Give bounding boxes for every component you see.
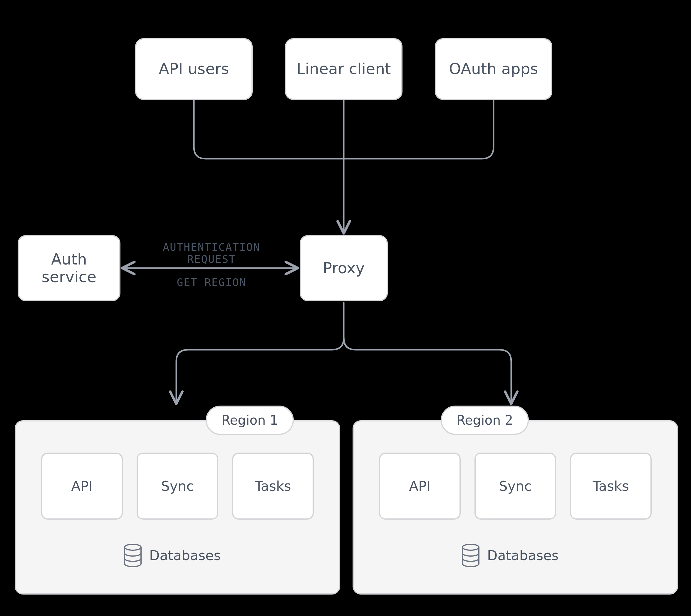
auth-service-label: Auth service <box>42 251 96 286</box>
region-2-service-tasks: Tasks <box>570 453 652 520</box>
region-1-service-tasks: Tasks <box>232 453 314 520</box>
region-1-title-pill: Region 1 <box>206 405 294 435</box>
region-2-service-sync: Sync <box>474 453 556 520</box>
edge-auth-top-line: AUTHENTICATION REQUEST <box>135 241 288 265</box>
region-1-service-sync: Sync <box>137 453 218 520</box>
region-2-db-label: Databases <box>487 548 558 564</box>
database-icon <box>461 544 480 567</box>
svg-point-0 <box>125 544 141 550</box>
node-oauth-apps: OAuth apps <box>435 38 552 100</box>
region-2-api-label: API <box>409 478 431 494</box>
region-1-db: Databases <box>124 544 221 567</box>
node-proxy: Proxy <box>300 235 388 301</box>
edge-auth-top-label: AUTHENTICATION REQUEST <box>163 241 260 265</box>
edge-auth-bottom-label: GET REGION <box>177 276 246 288</box>
node-api-users: API users <box>135 38 253 100</box>
proxy-label: Proxy <box>323 260 364 277</box>
region-2-tasks-label: Tasks <box>593 478 629 494</box>
region-2-db: Databases <box>461 544 558 567</box>
oauth-apps-label: OAuth apps <box>449 60 538 78</box>
region-1-tasks-label: Tasks <box>255 478 291 494</box>
database-icon <box>124 544 142 567</box>
region-1-sync-label: Sync <box>161 478 194 494</box>
region-1-title: Region 1 <box>222 413 278 428</box>
region-2-service-api: API <box>379 453 461 520</box>
api-users-label: API users <box>159 60 229 78</box>
svg-point-1 <box>463 544 479 550</box>
linear-client-label: Linear client <box>297 60 391 78</box>
region-1-db-label: Databases <box>149 548 221 564</box>
region-2-title-pill: Region 2 <box>441 405 529 435</box>
node-auth-service: Auth service <box>18 235 120 301</box>
node-linear-client: Linear client <box>285 38 402 100</box>
region-1-service-api: API <box>41 453 123 520</box>
region-2-sync-label: Sync <box>499 478 532 494</box>
edge-auth-bottom-line: GET REGION <box>135 276 288 288</box>
architecture-diagram: { "clients": { "api_users": "API users",… <box>0 0 691 616</box>
region-2-title: Region 2 <box>456 413 513 428</box>
region-1-api-label: API <box>71 478 93 494</box>
